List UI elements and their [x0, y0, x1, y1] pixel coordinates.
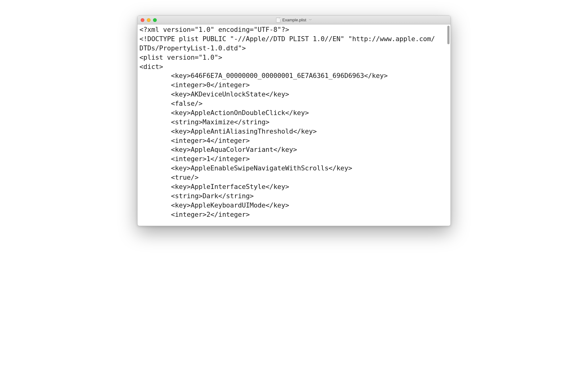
window-titlebar[interactable]: Example.plist ﹀	[138, 16, 450, 24]
minimize-button[interactable]	[147, 18, 151, 22]
window-title-wrap: Example.plist ﹀	[138, 18, 450, 23]
text-editor-window: Example.plist ﹀ <?xml version="1.0" enco…	[137, 15, 451, 226]
maximize-button[interactable]	[153, 18, 157, 22]
close-button[interactable]	[141, 18, 144, 22]
scrollbar-track[interactable]	[447, 26, 450, 225]
text-content[interactable]: <?xml version="1.0" encoding="UTF-8"?> <…	[138, 24, 450, 226]
traffic-lights	[141, 18, 157, 22]
chevron-down-icon[interactable]: ﹀	[309, 18, 312, 22]
content-area: <?xml version="1.0" encoding="UTF-8"?> <…	[138, 24, 450, 226]
document-icon	[276, 18, 280, 23]
window-title: Example.plist	[282, 18, 306, 22]
scrollbar-thumb[interactable]	[447, 26, 450, 44]
